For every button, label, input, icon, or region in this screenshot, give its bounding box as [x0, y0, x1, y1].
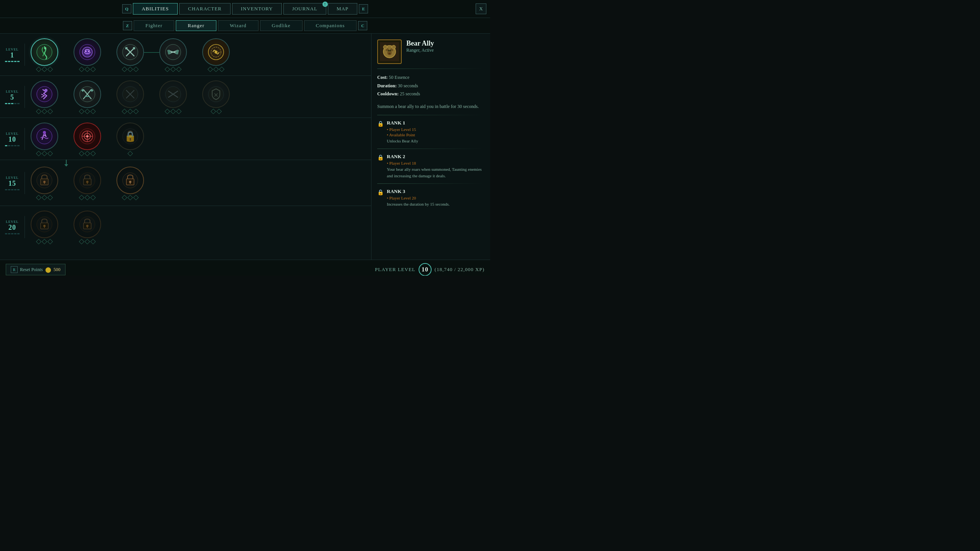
bottom-bar: R Reset Points ⬤ 500 PLAYER LEVEL 10 (18…: [0, 260, 490, 276]
rank-1-req-point: • Available Point: [387, 132, 484, 137]
rank-3-req-level: • Player Level 20: [387, 196, 484, 200]
level-15-row: LEVEL 15: [0, 160, 371, 206]
ability-icon-5-4[interactable]: [159, 80, 187, 108]
svg-point-44: [86, 135, 88, 137]
svg-point-6: [88, 51, 90, 52]
reset-cost: 500: [54, 267, 61, 273]
divider-2: [377, 115, 484, 115]
ability-icon-1-5[interactable]: [202, 38, 230, 66]
rank-1-unlocks: Unlocks Bear Ally: [387, 138, 484, 144]
player-level-label: PLAYER LEVEL: [375, 267, 416, 273]
class-tab-godlike[interactable]: Godlike: [260, 20, 303, 31]
ability-slot-1-4[interactable]: [159, 38, 187, 71]
ability-icon-1-1[interactable]: [31, 38, 58, 66]
rank-3-section: 🔒 RANK 3 • Player Level 20 Increases the…: [377, 188, 484, 208]
ability-icon-20-2[interactable]: [74, 211, 101, 238]
ability-icon-15-3[interactable]: [116, 167, 144, 194]
ability-slot-20-2[interactable]: [74, 211, 101, 244]
tab-inventory[interactable]: INVENTORY: [232, 3, 282, 15]
lock-icon-10-3: 🔒: [124, 130, 136, 142]
class-navigation: Z Fighter Ranger Wizard Godlike Companio…: [0, 18, 490, 34]
ability-icon-10-3[interactable]: 🔒: [116, 123, 144, 150]
top-navigation: Q ABILITIES CHARACTER INVENTORY JOURNAL …: [0, 0, 490, 18]
detail-stats: Cost: 50 Essence Duration: 30 seconds Co…: [377, 74, 484, 98]
pips-10-2: [80, 152, 95, 155]
detail-title-area: Bear Ally Ranger, Active: [406, 39, 484, 53]
pips-1-1: [37, 67, 52, 71]
cost-value: 50 Essence: [389, 75, 409, 80]
ability-slot-15-1[interactable]: [31, 167, 58, 199]
svg-point-1: [44, 47, 46, 49]
ability-slot-1-5[interactable]: [202, 38, 230, 71]
level-10-abilities: 🔒: [25, 119, 371, 159]
level-1-abilities: [25, 35, 371, 74]
svg-point-5: [85, 51, 87, 52]
ability-icon-1-2[interactable]: [74, 38, 101, 66]
svg-point-75: [389, 50, 391, 51]
ability-slot-1-3[interactable]: [116, 38, 144, 71]
ability-icon-20-1[interactable]: [31, 211, 58, 238]
pips-15-1: [37, 196, 52, 199]
ability-slot-1-1[interactable]: [31, 38, 58, 71]
ability-subtitle: Ranger, Active: [406, 47, 484, 53]
ability-icon-5-5[interactable]: [202, 80, 230, 108]
journal-alert: !: [322, 2, 328, 7]
rank-3-lock-icon: 🔒: [377, 189, 384, 196]
ability-slot-10-1[interactable]: [31, 123, 58, 155]
rank-3-desc: Increases the duration by 15 seconds.: [387, 201, 484, 208]
class-tab-ranger[interactable]: Ranger: [176, 20, 216, 31]
r-key: R: [11, 266, 18, 273]
svg-point-78: [392, 45, 396, 49]
ability-slot-10-3[interactable]: 🔒: [116, 123, 144, 155]
ability-slot-1-2[interactable]: [74, 38, 101, 71]
ability-icon-1-3[interactable]: [116, 38, 144, 66]
level-5-row: LEVEL 5: [0, 76, 371, 118]
rank-2-title: RANK 2: [387, 154, 484, 160]
svg-point-21: [44, 89, 47, 92]
divider-4: [377, 183, 484, 184]
ability-slot-5-2[interactable]: [74, 80, 101, 113]
z-key: Z: [123, 21, 132, 30]
reset-button[interactable]: R Reset Points ⬤ 500: [6, 264, 65, 275]
level-1-row: LEVEL 1: [0, 34, 371, 76]
rank-2-req-level: • Player Level 18: [387, 161, 484, 165]
ability-slot-5-5[interactable]: [202, 80, 230, 113]
divider-1: [377, 69, 484, 69]
ability-icon-15-2[interactable]: [74, 167, 101, 194]
class-tab-wizard[interactable]: Wizard: [218, 20, 258, 31]
ability-icon-5-2[interactable]: [74, 80, 101, 108]
ability-slot-20-1[interactable]: [31, 211, 58, 244]
rank-2-content: RANK 2 • Player Level 18 Your bear ally …: [387, 154, 484, 179]
rank-2-desc: Your bear ally roars when summoned, Taun…: [387, 166, 484, 179]
ability-slot-10-2[interactable]: [74, 123, 101, 155]
tab-journal[interactable]: JOURNAL !: [283, 3, 326, 15]
divider-3: [377, 149, 484, 149]
ability-icon-10-2[interactable]: [74, 123, 101, 150]
ability-slot-5-1[interactable]: [31, 80, 58, 113]
reset-label: Reset Points: [20, 267, 43, 273]
ability-icon-10-1[interactable]: [31, 123, 58, 150]
coin-icon: ⬤: [45, 267, 51, 273]
class-tab-companions[interactable]: Companions: [304, 20, 357, 31]
ability-icon-5-1[interactable]: [31, 80, 58, 108]
e-key: E: [359, 4, 368, 13]
level-20-row: LEVEL 20: [0, 206, 371, 248]
ability-slot-15-3[interactable]: [116, 167, 144, 199]
ability-slot-5-3[interactable]: 🔒: [116, 80, 144, 113]
pips-10-1: [37, 152, 52, 155]
tab-character[interactable]: CHARACTER: [179, 3, 231, 15]
close-button[interactable]: X: [476, 3, 486, 14]
ability-slot-15-2[interactable]: [74, 167, 101, 199]
rank-3-content: RANK 3 • Player Level 20 Increases the d…: [387, 188, 484, 208]
ability-icon-5-3[interactable]: 🔒: [116, 80, 144, 108]
pips-20-2: [80, 240, 95, 244]
tab-abilities[interactable]: ABILITIES: [133, 3, 178, 15]
ability-icon-1-4[interactable]: [159, 38, 187, 66]
level-1-label: LEVEL 1: [0, 44, 25, 66]
ability-icon-15-1[interactable]: [31, 167, 58, 194]
ability-slot-5-4[interactable]: [159, 80, 187, 113]
class-tab-fighter[interactable]: Fighter: [134, 20, 175, 31]
level-display: PLAYER LEVEL 10 (18,740 / 22,000 XP): [375, 263, 484, 276]
tab-map[interactable]: MAP: [328, 3, 357, 15]
cooldown-value: 25 seconds: [400, 91, 420, 96]
